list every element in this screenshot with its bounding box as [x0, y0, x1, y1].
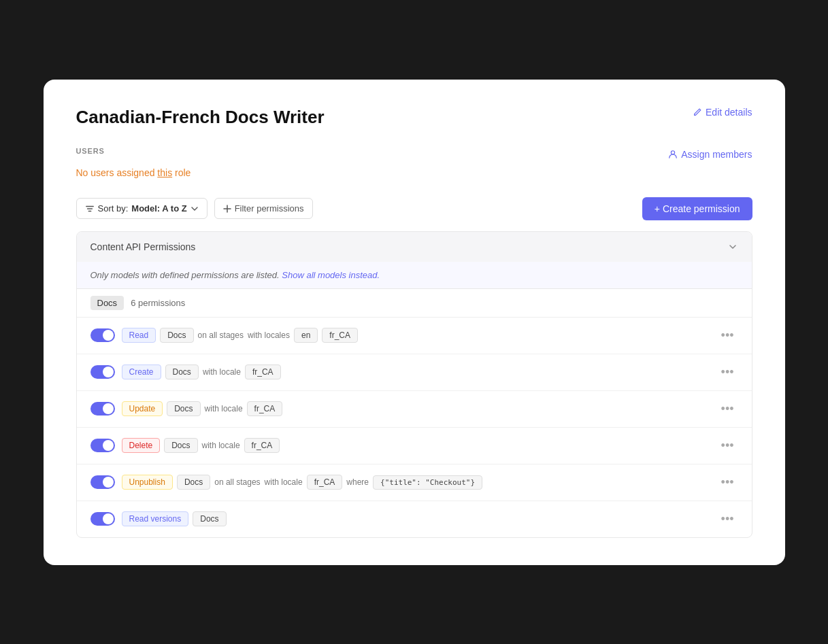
more-options-button-1[interactable]: ••• — [717, 327, 738, 344]
action-tag: Create — [122, 365, 161, 379]
action-tag: Update — [122, 401, 163, 416]
action-tag: Read versions — [122, 511, 189, 526]
svg-point-0 — [672, 150, 675, 154]
more-options-button-4[interactable]: ••• — [717, 437, 738, 454]
permission-count: 6 permissions — [131, 298, 185, 308]
locale-tag: fr_CA — [322, 328, 358, 343]
more-options-button-6[interactable]: ••• — [717, 511, 738, 528]
plus-icon — [223, 205, 231, 213]
permission-toggle-5[interactable] — [90, 475, 115, 489]
table-row: Update Docs with locale fr_CA ••• — [77, 391, 752, 428]
create-permission-button[interactable]: + Create permission — [642, 197, 752, 220]
table-row: Delete Docs with locale fr_CA ••• — [77, 428, 752, 464]
permission-tags-5: Unpublish Docs on all stages with locale… — [122, 475, 710, 490]
model-tag-5: Docs — [177, 475, 210, 490]
table-row: Unpublish Docs on all stages with locale… — [77, 464, 752, 501]
locale-tag: fr_CA — [244, 438, 280, 453]
action-tag: Unpublish — [122, 475, 173, 490]
sort-button[interactable]: Sort by: Model: A to Z — [76, 198, 208, 219]
edit-details-button[interactable]: Edit details — [693, 107, 752, 118]
main-card: Canadian-French Docs Writer Edit details… — [44, 80, 785, 565]
locale-tag: fr_CA — [307, 475, 343, 490]
sort-label: Sort by: — [98, 203, 129, 214]
permissions-panel: Content API Permissions Only models with… — [76, 231, 752, 538]
toolbar-left: Sort by: Model: A to Z Filter permission… — [76, 198, 313, 219]
where-tag: {"title": "Checkout"} — [373, 475, 482, 490]
no-users-message: No users assigned this role — [76, 167, 752, 178]
more-options-button-5[interactable]: ••• — [717, 474, 738, 491]
model-tag-1: Docs — [160, 328, 193, 343]
page-title: Canadian-French Docs Writer — [76, 107, 752, 128]
permission-tags-2: Create Docs with locale fr_CA — [122, 365, 710, 379]
panel-notice: Only models with defined permissions are… — [77, 262, 752, 289]
locale-tag: fr_CA — [245, 365, 281, 379]
model-tag-4: Docs — [164, 438, 197, 453]
permission-tags-6: Read versions Docs — [122, 511, 710, 526]
model-tag-3: Docs — [167, 401, 200, 416]
chevron-down-icon — [191, 205, 199, 213]
model-header: Docs 6 permissions — [77, 289, 752, 318]
sort-icon — [85, 204, 95, 214]
users-section-label: USERS — [76, 147, 105, 155]
model-section: Docs 6 permissions Read Docs on all stag… — [77, 289, 752, 537]
permission-tags-4: Delete Docs with locale fr_CA — [122, 438, 710, 453]
person-icon — [668, 150, 678, 159]
assign-members-button[interactable]: Assign members — [668, 149, 752, 160]
action-tag: Delete — [122, 438, 161, 453]
panel-title: Content API Permissions — [90, 241, 196, 252]
permission-toggle-2[interactable] — [90, 365, 115, 379]
more-options-button-3[interactable]: ••• — [717, 401, 738, 418]
permission-toggle-3[interactable] — [90, 402, 115, 416]
table-row: Create Docs with locale fr_CA ••• — [77, 354, 752, 391]
filter-button[interactable]: Filter permissions — [214, 198, 313, 219]
model-name-tag: Docs — [90, 296, 125, 310]
panel-header[interactable]: Content API Permissions — [77, 232, 752, 262]
edit-icon — [693, 107, 702, 117]
permission-toggle-6[interactable] — [90, 512, 115, 526]
toolbar: Sort by: Model: A to Z Filter permission… — [76, 197, 752, 220]
sort-value: Model: A to Z — [131, 203, 186, 214]
locale-tag: fr_CA — [247, 401, 283, 416]
permission-toggle-4[interactable] — [90, 439, 115, 452]
panel-chevron-icon — [727, 241, 738, 252]
action-tag: Read — [122, 328, 156, 343]
users-header: USERS Assign members — [76, 147, 752, 162]
more-options-button-2[interactable]: ••• — [717, 364, 738, 381]
permission-toggle-1[interactable] — [90, 328, 115, 342]
model-tag-2: Docs — [165, 365, 199, 379]
permission-tags-3: Update Docs with locale fr_CA — [122, 401, 710, 416]
model-tag-6: Docs — [193, 511, 226, 526]
permission-tags-1: Read Docs on all stages with locales en … — [122, 328, 710, 343]
show-all-models-link[interactable]: Show all models instead. — [282, 270, 380, 280]
table-row: Read versions Docs ••• — [77, 501, 752, 537]
table-row: Read Docs on all stages with locales en … — [77, 318, 752, 354]
locale-tag: en — [294, 328, 318, 343]
